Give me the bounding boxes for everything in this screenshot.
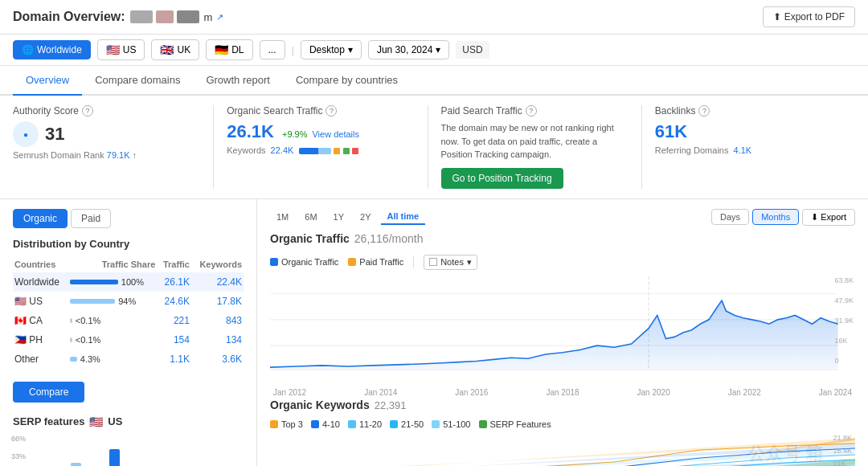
legend-separator xyxy=(413,255,414,268)
organic-toggle-button[interactable]: Organic xyxy=(13,209,68,228)
chevron-down-icon: ▾ xyxy=(348,44,353,55)
dl-button[interactable]: 🇩🇪 DL xyxy=(206,39,252,60)
traffic-share: <0.1% xyxy=(68,330,158,350)
table-row: 🇺🇸 US 94% 24.6K 17.8K xyxy=(13,292,244,311)
paid-toggle-button[interactable]: Paid xyxy=(71,209,111,228)
tab-growth-report[interactable]: Growth report xyxy=(193,66,282,96)
legend-notes[interactable]: Notes ▾ xyxy=(424,255,477,270)
serp-dot xyxy=(479,420,487,428)
nav-tabs: Overview Compare domains Growth report C… xyxy=(0,66,868,96)
globe-icon: 🌐 xyxy=(22,44,34,55)
tab-overview[interactable]: Overview xyxy=(13,66,82,96)
filter-1y[interactable]: 1Y xyxy=(327,209,350,225)
us-button[interactable]: 🇺🇸 US xyxy=(97,39,145,60)
countries-header: Countries xyxy=(13,256,68,272)
external-link-icon[interactable]: ↗ xyxy=(216,12,223,22)
go-to-position-tracking-button[interactable]: Go to Position Tracking xyxy=(441,168,563,189)
keywords-count: 22,391 xyxy=(375,399,407,411)
domain-suffix: m xyxy=(204,11,213,23)
distribution-table: Countries Traffic Share Traffic Keywords… xyxy=(13,256,244,369)
country-name: 🇨🇦 CA xyxy=(13,311,68,330)
traffic-value: 24.6K xyxy=(157,292,191,311)
view-details-link[interactable]: View details xyxy=(312,129,359,139)
serp-bar xyxy=(71,463,81,467)
traffic-value: 26.1K xyxy=(157,272,191,292)
domain-block-1 xyxy=(130,10,153,23)
domain-block-3 xyxy=(177,10,199,23)
filter-2y[interactable]: 2Y xyxy=(354,209,377,225)
months-view-button[interactable]: Months xyxy=(752,209,799,225)
legend-organic[interactable]: Organic Traffic xyxy=(270,257,338,267)
keywords-title: Organic Keywords xyxy=(270,399,370,411)
filter-6m[interactable]: 6M xyxy=(298,209,323,225)
table-row: Worldwide 100% 26.1K 22.4K xyxy=(13,272,244,292)
traffic-value: 1.1K xyxy=(157,350,191,369)
referring-domains-link[interactable]: 4.1K xyxy=(734,145,752,155)
header: Domain Overview: m ↗ ⬆ Export to PDF xyxy=(0,0,868,35)
serp-y-labels: 66% 33% 0% xyxy=(11,435,26,467)
kw-legend-11-20[interactable]: 11-20 xyxy=(348,419,382,429)
organic-info-icon[interactable]: ? xyxy=(326,105,337,117)
organic-legend-dot xyxy=(270,258,278,266)
kw-chart-y-labels: 21.8K 16.4K 11K 5.5K xyxy=(833,434,852,467)
serp-bar xyxy=(109,449,120,467)
date-selector[interactable]: Jun 30, 2024 ▾ xyxy=(368,40,449,59)
distribution-title: Distribution by Country xyxy=(13,238,244,250)
organic-legend-label: Organic Traffic xyxy=(281,257,338,267)
header-left: Domain Overview: m ↗ xyxy=(13,10,223,24)
chart-view-controls: Days Months ⬇ Export xyxy=(711,209,855,226)
paid-info-icon[interactable]: ? xyxy=(526,105,537,117)
chart-y-labels: 63.8K 47.9K 31.9K 16K 0 xyxy=(834,276,854,365)
traffic-share: 4.3% xyxy=(68,350,158,369)
notes-chevron-icon: ▾ xyxy=(467,257,472,268)
traffic-share: 100% xyxy=(68,272,158,292)
desktop-label: Desktop xyxy=(309,44,345,55)
organic-search-label: Organic Search Traffic ? xyxy=(227,105,414,117)
keywords-trend-bar xyxy=(299,145,358,155)
kw-legend-21-50[interactable]: 21-50 xyxy=(390,419,424,429)
organic-change-badge: +9.9% xyxy=(282,129,308,139)
tab-compare-countries[interactable]: Compare by countries xyxy=(283,66,411,96)
kw-legend-serp[interactable]: SERP Features xyxy=(479,419,551,429)
compare-button[interactable]: Compare xyxy=(13,382,84,403)
table-row: Other 4.3% 1.1K 3.6K xyxy=(13,350,244,369)
kw-legend-4-10[interactable]: 4-10 xyxy=(311,419,340,429)
worldwide-button[interactable]: 🌐 Worldwide xyxy=(13,40,91,59)
export-chart-button[interactable]: ⬇ Export xyxy=(802,209,855,226)
share-bar xyxy=(70,299,115,304)
top3-dot xyxy=(270,420,278,428)
keywords-chart-svg xyxy=(270,434,855,467)
domain-blocks: m ↗ xyxy=(130,10,224,23)
organic-traffic-value: 26.1K xyxy=(227,121,274,142)
kw-legend-51-100[interactable]: 51-100 xyxy=(432,419,470,429)
country-name: Worldwide xyxy=(13,272,68,292)
traffic-share-header: Traffic Share xyxy=(68,256,158,272)
notes-icon xyxy=(429,258,437,266)
filter-1m[interactable]: 1M xyxy=(270,209,295,225)
filter-all-time[interactable]: All time xyxy=(381,209,426,225)
days-view-button[interactable]: Days xyxy=(711,209,749,225)
uk-label: UK xyxy=(177,44,190,55)
country-flag: 🇨🇦 xyxy=(14,315,27,326)
export-pdf-button[interactable]: ⬆ Export to PDF xyxy=(763,6,855,27)
tab-compare-domains[interactable]: Compare domains xyxy=(82,66,193,96)
metrics-row: Authority Score ? ● 31 Semrush Domain Ra… xyxy=(0,96,868,199)
kw-legend-top3[interactable]: Top 3 xyxy=(270,419,303,429)
authority-info-icon[interactable]: ? xyxy=(82,105,93,117)
location-bar: 🌐 Worldwide 🇺🇸 US 🇬🇧 UK 🇩🇪 DL ... | Desk… xyxy=(0,35,868,66)
keywords-link[interactable]: 22.4K xyxy=(271,145,294,155)
semrush-rank-link[interactable]: 79.1K xyxy=(107,150,133,160)
country-flag: 🇵🇭 xyxy=(14,334,27,345)
uk-button[interactable]: 🇬🇧 UK xyxy=(151,39,199,60)
desktop-selector[interactable]: Desktop ▾ xyxy=(301,40,362,59)
keywords-value: 134 xyxy=(191,330,244,350)
keywords-chart: 21.8K 16.4K 11K 5.5K 公众号 箱 xyxy=(270,434,855,467)
referring-domains-sub: Referring Domains 4.1K xyxy=(655,145,842,155)
legend-paid[interactable]: Paid Traffic xyxy=(348,257,403,267)
backlinks-info-icon[interactable]: ? xyxy=(698,105,710,117)
time-filters: 1M 6M 1Y 2Y All time xyxy=(270,209,425,225)
keywords-legend: Top 3 4-10 11-20 21-50 51-100 SERP Featu… xyxy=(270,419,855,429)
download-icon: ⬇ xyxy=(811,212,818,223)
more-locations-button[interactable]: ... xyxy=(260,40,285,59)
traffic-chart-svg xyxy=(270,276,855,389)
